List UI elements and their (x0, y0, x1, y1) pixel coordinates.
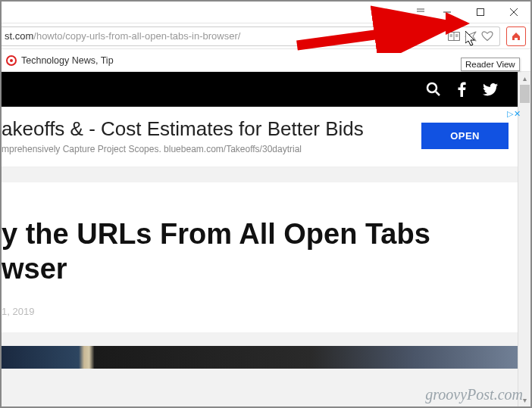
site-header (2, 72, 518, 107)
reader-view-icon[interactable] (446, 29, 462, 44)
bookmarks-bar: Technology News, Tip (2, 49, 530, 72)
article-body: y the URLs From All Open Tabs wser 1, 20… (2, 182, 518, 332)
minimize-button[interactable] (430, 2, 464, 23)
mouse-cursor (465, 31, 479, 48)
svg-point-13 (427, 83, 437, 92)
url-text: st.com/howto/copy-urls-from-all-open-tab… (5, 30, 445, 42)
ad-banner[interactable]: ▷ ✕ akeoffs & - Cost Estimates for Bette… (2, 107, 518, 162)
search-icon[interactable] (426, 82, 441, 97)
svg-marker-18 (465, 31, 474, 45)
ad-title: akeoffs & - Cost Estimates for Better Bi… (2, 117, 364, 141)
ad-subtitle: mprehensively Capture Project Scopes. bl… (2, 144, 364, 154)
favicon-icon (6, 55, 17, 66)
scroll-thumb[interactable] (520, 85, 530, 103)
close-button[interactable] (497, 2, 530, 23)
panel-toggle-icon[interactable] (411, 8, 430, 17)
adchoices-icon[interactable]: ▷ (507, 109, 513, 119)
twitter-icon[interactable] (483, 83, 498, 96)
ad-container: ▷ ✕ akeoffs & - Cost Estimates for Bette… (2, 107, 518, 167)
svg-rect-3 (477, 9, 484, 16)
heart-icon[interactable] (480, 29, 495, 44)
article-date: 1, 2019 (2, 306, 502, 317)
home-button[interactable] (506, 26, 526, 46)
maximize-button[interactable] (464, 2, 497, 23)
bookmark-label: Technology News, Tip (21, 55, 114, 66)
vertical-scrollbar[interactable]: ▴ ▾ (518, 72, 530, 406)
address-bar: st.com/howto/copy-urls-from-all-open-tab… (2, 23, 530, 49)
window-titlebar (2, 2, 530, 23)
bookmark-item[interactable]: Technology News, Tip (2, 52, 118, 69)
url-input[interactable]: st.com/howto/copy-urls-from-all-open-tab… (2, 26, 500, 46)
article-title: y the URLs From All Open Tabs wser (2, 217, 502, 286)
page-content: ▴ ▾ ▷ ✕ akeoffs & - Cost Estimates for B… (2, 72, 530, 406)
ad-open-button[interactable]: OPEN (421, 123, 509, 149)
scroll-up-icon[interactable]: ▴ (518, 72, 530, 85)
watermark: groovyPost.com (425, 386, 523, 403)
reader-view-tooltip: Reader View (461, 58, 520, 71)
hero-image (2, 346, 518, 369)
ad-close-icon[interactable]: ✕ (514, 109, 521, 119)
facebook-icon[interactable] (458, 82, 466, 97)
svg-line-14 (436, 92, 440, 95)
